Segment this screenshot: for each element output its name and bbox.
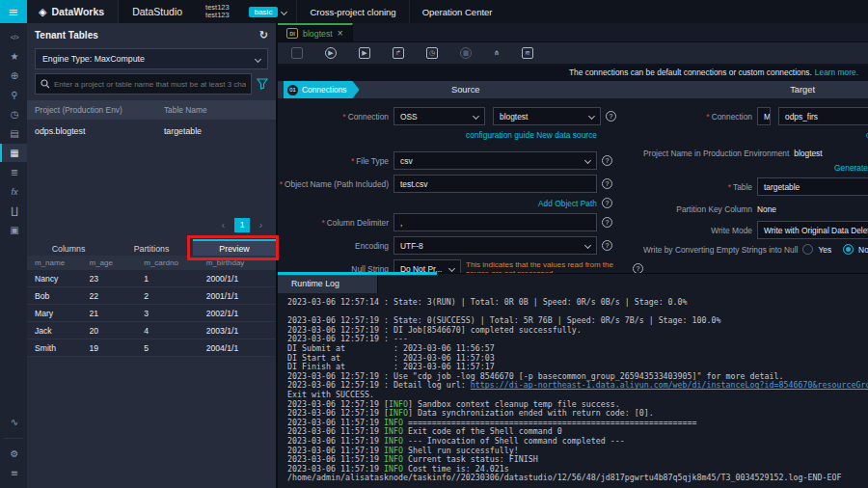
code-icon[interactable]: </> — [0, 28, 27, 46]
filter-icon[interactable] — [257, 78, 268, 90]
log-output: 2023-03-06 12:57:14 : State: 3(RUN) | To… — [278, 293, 868, 483]
hamburger-menu-icon[interactable]: ≡ — [0, 0, 27, 23]
add-object-path-link[interactable]: Add Object Path — [538, 199, 597, 208]
refresh-icon[interactable]: ↻ — [259, 29, 268, 41]
editor-tabstrip: DI blogtest × — [278, 23, 868, 42]
recycle-bin-icon[interactable]: ∐ — [0, 202, 27, 220]
workspace-mode-selector[interactable]: basic — [239, 0, 297, 23]
preview-cell: 2000/1/1 — [206, 274, 276, 284]
tab-partitions[interactable]: Partitions — [110, 239, 193, 256]
icon-sidebar: </>★⊕⚲◷▤▦≣fx∐▣ ∿ ⚙≡ — [0, 23, 27, 488]
runtime-log-tab[interactable]: Runtime Log — [278, 274, 378, 293]
lineage-icon[interactable]: ⋔ — [494, 49, 500, 57]
radio-no[interactable] — [843, 244, 854, 255]
radio-yes[interactable] — [802, 244, 813, 255]
preview-cell: 20 — [90, 326, 145, 336]
menu-icon[interactable]: ≡ — [0, 464, 27, 482]
table-cell: odps.blogtest — [27, 126, 164, 136]
target-heading: Target — [790, 85, 815, 95]
search-input[interactable] — [54, 80, 246, 89]
project-name-value: blogtest — [794, 149, 868, 158]
object-name-input[interactable]: test.csv — [393, 175, 597, 193]
source-connection-name-select[interactable]: blogtest — [493, 107, 601, 125]
dataworks-logo-icon: ◈ — [39, 6, 46, 18]
preview-cell: 2001/1/1 — [206, 291, 276, 301]
search-icon — [41, 79, 50, 89]
settings-icon[interactable]: ⚙ — [0, 445, 27, 463]
file-type-select[interactable]: csv — [393, 151, 597, 170]
tenant-tables-panel: Tenant Tables ↻ Engine Type: MaxCompute … — [27, 23, 278, 488]
save-icon[interactable] — [291, 47, 303, 59]
search-icon[interactable]: ⚲ — [0, 86, 27, 104]
preview-cell: 2 — [144, 291, 206, 301]
menu-operation-center[interactable]: Operation Center — [409, 0, 505, 23]
preview-cell: Jack — [27, 326, 90, 336]
queries-icon[interactable]: ≣ — [0, 163, 27, 181]
format-icon[interactable]: ≋ — [522, 47, 533, 59]
learn-more-link[interactable]: Learn more. — [815, 68, 858, 77]
engine-type-select[interactable]: Engine Type: MaxCompute — [35, 48, 268, 69]
encoding-select[interactable]: UTF-8 — [393, 236, 597, 255]
preview-row: Bob2222001/1/1 — [27, 287, 276, 305]
target-connection-type-select[interactable]: MaxCompute(ODPS) — [757, 107, 771, 125]
target-connection-name-select[interactable]: odps_firs — [778, 107, 868, 125]
workflow-icon[interactable]: ⊕ — [0, 67, 27, 85]
dataworks-logo[interactable]: ◈ DataWorks — [27, 0, 118, 23]
history-icon[interactable]: ◷ — [0, 105, 27, 123]
log-line: 2023-03-06 12:57:14 : State: 3(RUN) | To… — [287, 298, 868, 308]
help-icon[interactable]: ? — [602, 217, 612, 228]
preview-col-header: m_cardno — [144, 258, 206, 267]
panel-resize-handle[interactable] — [278, 272, 437, 275]
preview-cell: 2004/1/1 — [206, 343, 276, 353]
resources-icon[interactable]: ▤ — [0, 124, 27, 143]
tab-columns[interactable]: Columns — [27, 239, 110, 256]
chevron-down-icon — [281, 8, 287, 14]
run-with-parameters-icon[interactable]: ▶ — [359, 47, 370, 59]
snippets-icon[interactable]: ▣ — [0, 221, 27, 239]
editor-toolbar: ▶▶↱◷■⋔≋ — [278, 42, 868, 64]
scheduled-run-icon[interactable]: ◷ — [426, 47, 438, 59]
menu-cross-project-cloning[interactable]: Cross-project cloning — [296, 0, 408, 23]
advanced-run-icon[interactable]: ↱ — [393, 47, 404, 59]
new-data-source-link[interactable]: New data source — [536, 130, 597, 140]
tab-preview[interactable]: Preview — [193, 239, 276, 256]
stop-icon[interactable]: ■ — [460, 47, 472, 59]
run-icon[interactable]: ▶ — [325, 47, 337, 59]
source-connection-type-select[interactable]: OSS — [393, 107, 485, 125]
preview-row: Mary2132002/1/1 — [27, 305, 276, 322]
write-mode-select[interactable]: Write with Original Data Deleted (Insert… — [757, 221, 868, 239]
page-current[interactable]: 1 — [234, 218, 250, 232]
preview-cell: Smith — [27, 343, 90, 353]
configuration-guide-link[interactable]: configuration guide — [466, 130, 534, 140]
page-prev-button[interactable]: ‹ — [216, 218, 231, 232]
preview-cell: 1 — [144, 274, 206, 284]
sidebar-divider — [4, 438, 23, 439]
preview-cell: Nancy — [27, 274, 90, 284]
help-icon[interactable]: ? — [602, 198, 612, 208]
partition-key-value: None — [757, 204, 776, 214]
workspace-name[interactable]: test123 test123 — [196, 0, 239, 23]
tables-icon[interactable]: ▦ — [0, 144, 27, 162]
help-icon[interactable]: ? — [602, 155, 612, 166]
monitor-icon[interactable]: ∿ — [0, 413, 27, 431]
log-detail-url-link[interactable]: https://di-ap-northeast-1.data.aliyun.co… — [471, 380, 868, 390]
help-icon[interactable]: ? — [602, 240, 612, 251]
preview-cell: 23 — [90, 274, 145, 284]
generate-link[interactable]: Generate — [834, 163, 868, 173]
notice-bar: The connections can be default connectio… — [278, 64, 868, 81]
tab-di-blogtest[interactable]: DI blogtest × — [278, 23, 353, 41]
module-datastudio[interactable]: DataStudio — [118, 0, 196, 23]
favorites-icon[interactable]: ★ — [0, 47, 27, 66]
help-icon[interactable]: ? — [606, 111, 616, 122]
functions-icon[interactable]: fx — [0, 182, 27, 201]
preview-col-header: m_name — [27, 258, 90, 267]
page-next-button[interactable]: › — [254, 218, 268, 232]
step-connections[interactable]: 01 Connections — [284, 81, 360, 98]
preview-cell: 2003/1/1 — [206, 326, 276, 336]
preview-cell: Bob — [27, 291, 90, 301]
help-icon[interactable]: ? — [602, 178, 612, 189]
target-table-input[interactable]: targetable — [757, 177, 868, 196]
close-icon[interactable]: × — [338, 29, 343, 39]
table-row[interactable]: odps.blogtesttargetable — [27, 120, 276, 143]
column-delimiter-input[interactable]: , — [393, 213, 597, 231]
